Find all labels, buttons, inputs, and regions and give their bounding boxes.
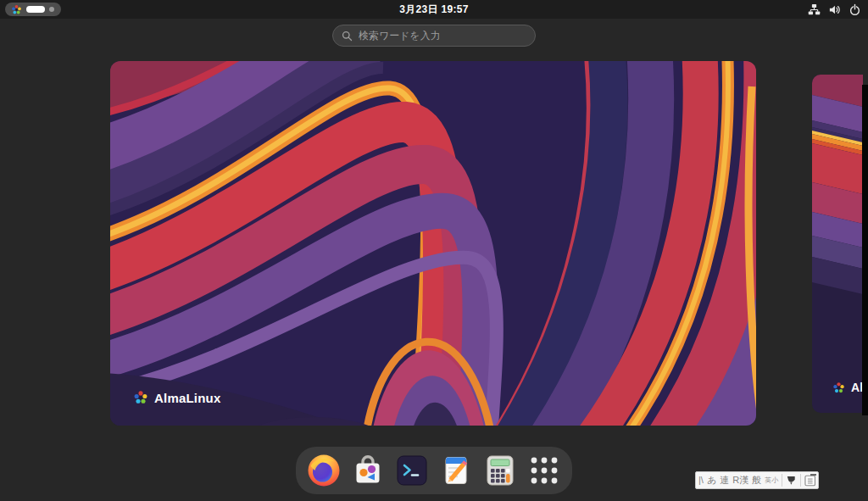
- almalinux-wordmark: AlmaLinux: [154, 391, 220, 405]
- app-grid-icon: [527, 454, 561, 487]
- search-icon: [342, 31, 353, 42]
- gnome-overview: 3月23日 19:57: [0, 0, 868, 501]
- ime-separator: [800, 474, 801, 487]
- wallpaper-art: [812, 75, 863, 413]
- workspace-thumbnail-current[interactable]: AlmaLinux: [110, 61, 756, 426]
- ime-separator: [782, 474, 782, 487]
- ime-toolbar: |\ あ 連 R漢 般 英小: [695, 471, 819, 489]
- network-wired-icon: [808, 3, 821, 16]
- workspace-thumbnail-next[interactable]: AlmaLinux: [812, 75, 863, 413]
- dock-software-button[interactable]: [351, 454, 385, 487]
- quick-settings-button[interactable]: [808, 0, 861, 19]
- wallpaper-branding: AlmaLinux: [133, 390, 220, 405]
- dock-firefox-button[interactable]: [307, 454, 341, 487]
- ime-cursor-mode[interactable]: |\: [698, 476, 704, 485]
- wallpaper-branding: AlmaLinux: [832, 381, 863, 394]
- text-editor-icon: [439, 454, 473, 487]
- software-store-icon: [351, 454, 385, 487]
- ime-latin-mode[interactable]: 英小: [765, 477, 778, 484]
- power-icon: [849, 3, 861, 16]
- top-bar: 3月23日 19:57: [0, 0, 868, 19]
- ime-renbunsetsu-mode[interactable]: 連: [720, 476, 729, 485]
- wallpaper-art: [110, 61, 756, 426]
- ime-dictionary-mode[interactable]: 般: [752, 476, 761, 485]
- dock-text-editor-button[interactable]: [439, 454, 473, 487]
- clock-button[interactable]: 3月23日 19:57: [0, 0, 868, 19]
- almalinux-logo-icon: [832, 381, 845, 394]
- almalinux-wordmark: AlmaLinux: [851, 381, 863, 394]
- search-input[interactable]: [359, 30, 526, 42]
- calculator-icon: [483, 454, 517, 487]
- screen-edge-gap: [862, 85, 868, 415]
- almalinux-logo-icon: [133, 390, 148, 405]
- dock-calculator-button[interactable]: [483, 454, 517, 487]
- search-entry[interactable]: [332, 25, 536, 47]
- ime-hiragana-mode[interactable]: あ: [707, 476, 716, 485]
- dash: [296, 447, 572, 494]
- pen-tool-icon[interactable]: [786, 475, 796, 486]
- dock-app-grid-button[interactable]: [527, 454, 561, 487]
- dock-terminal-button[interactable]: [395, 454, 429, 487]
- volume-icon: [828, 3, 841, 16]
- ime-roman-kanji-mode[interactable]: R漢: [732, 476, 748, 485]
- terminal-icon: [395, 454, 429, 487]
- firefox-icon: [307, 454, 341, 487]
- properties-icon[interactable]: [804, 475, 815, 487]
- ime-minimize-handle[interactable]: [810, 474, 816, 476]
